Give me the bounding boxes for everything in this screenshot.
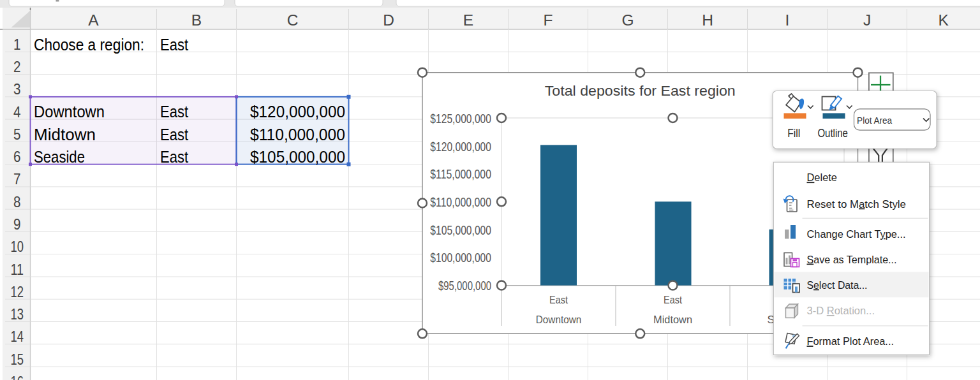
svg-text:$125,000,000: $125,000,000 (430, 112, 491, 126)
svg-text:B: B (191, 11, 202, 29)
svg-text:East: East (664, 294, 682, 305)
svg-text:11: 11 (11, 261, 24, 278)
svg-text:H: H (702, 11, 713, 29)
svg-text:Plot Area: Plot Area (857, 115, 893, 126)
svg-text:Delete: Delete (807, 171, 838, 184)
svg-text:Seaside: Seaside (34, 148, 85, 166)
svg-text:D: D (383, 11, 394, 29)
svg-text:Downtown: Downtown (34, 103, 105, 121)
svg-text:J: J (863, 11, 871, 29)
svg-text:F: F (544, 11, 553, 29)
svg-text:7: 7 (13, 170, 21, 187)
svg-text:C: C (287, 11, 299, 29)
svg-text:Change Chart Type...: Change Chart Type... (807, 228, 906, 240)
svg-text:A: A (88, 11, 99, 29)
svg-text:Save as Template...: Save as Template... (807, 253, 897, 266)
svg-text:6: 6 (13, 148, 21, 165)
svg-text:14: 14 (11, 328, 24, 345)
svg-text:Fill: Fill (787, 126, 800, 140)
svg-text:Midtown: Midtown (34, 126, 96, 143)
svg-text:I: I (785, 11, 790, 29)
svg-text:Choose a region:: Choose a region: (34, 36, 144, 54)
svg-text:$105,000,000: $105,000,000 (430, 223, 491, 237)
svg-text:Reset to Match Style: Reset to Match Style (807, 198, 907, 210)
svg-text:$95,000,000: $95,000,000 (438, 279, 491, 293)
svg-text:Midtown: Midtown (653, 314, 692, 325)
svg-text:East: East (549, 294, 568, 305)
svg-text:5: 5 (13, 126, 21, 143)
svg-text:Select Data...: Select Data... (807, 279, 868, 291)
svg-text:$100,000,000: $100,000,000 (430, 251, 491, 265)
svg-text:16: 16 (11, 373, 24, 380)
svg-text:Format Plot Area...: Format Plot Area... (807, 335, 895, 347)
svg-text:$115,000,000: $115,000,000 (430, 167, 491, 181)
svg-text:$110,000,000: $110,000,000 (430, 195, 491, 209)
svg-text:K: K (939, 11, 949, 29)
svg-text:Total deposits for East region: Total deposits for East region (545, 83, 736, 99)
svg-text:East: East (160, 126, 188, 143)
svg-text:10: 10 (11, 238, 24, 255)
svg-text:13: 13 (11, 305, 24, 323)
svg-text:East: East (160, 148, 188, 166)
svg-text:E: E (463, 11, 473, 29)
svg-text:3-D Rotation...: 3-D Rotation... (807, 304, 875, 317)
svg-text:3: 3 (13, 80, 21, 98)
svg-text:8: 8 (13, 193, 21, 210)
svg-text:1: 1 (13, 36, 21, 53)
svg-text:2: 2 (13, 58, 21, 75)
svg-text:East: East (160, 103, 188, 121)
svg-text:12: 12 (11, 283, 24, 300)
svg-text:G: G (621, 11, 634, 29)
svg-text:Outline: Outline (817, 126, 848, 140)
svg-text:$110,000,000: $110,000,000 (250, 126, 345, 143)
svg-text:4: 4 (13, 103, 21, 121)
svg-text:$120,000,000: $120,000,000 (430, 140, 491, 154)
svg-text:9: 9 (13, 216, 21, 233)
svg-text:$105,000,000: $105,000,000 (250, 148, 345, 166)
svg-text:15: 15 (11, 351, 24, 368)
svg-text:East: East (160, 36, 188, 54)
svg-text:Downtown: Downtown (536, 314, 582, 325)
svg-text:$120,000,000: $120,000,000 (250, 103, 345, 121)
